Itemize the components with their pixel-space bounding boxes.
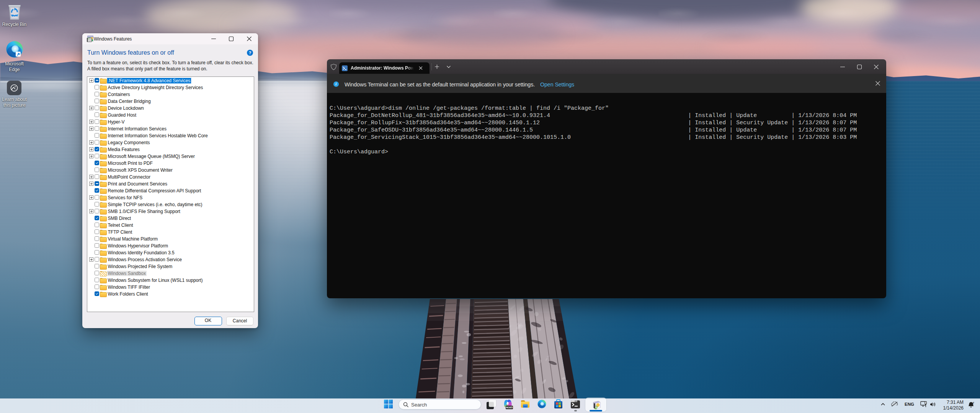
svg-text:M365: M365	[506, 406, 513, 409]
svg-text:z: z	[973, 401, 974, 403]
